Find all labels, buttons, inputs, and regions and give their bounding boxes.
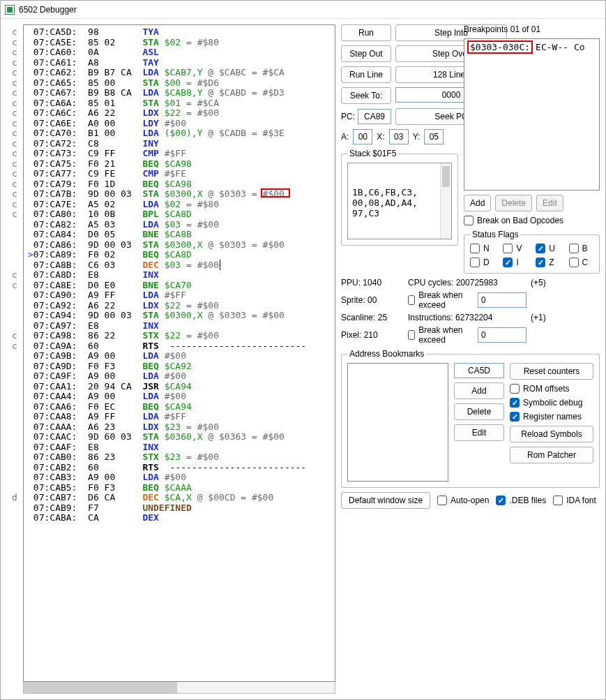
break-exceed-1[interactable]: Break when exceed [408,290,527,310]
bm-delete-button[interactable]: Delete [454,403,504,420]
seek-to-button[interactable]: Seek To: [341,87,391,104]
a-label: A: [341,132,349,142]
run-button[interactable]: Run [341,24,391,41]
bm-add-button[interactable]: Add [454,382,504,399]
step-out-button[interactable]: Step Out [341,45,391,62]
deb-files-check[interactable]: .DEB files [496,496,546,505]
reset-counters-button[interactable]: Reset counters [510,363,593,380]
x-label: X: [377,132,384,142]
rom-offsets-check[interactable]: ROM offsets [510,384,593,394]
content: cccccccccccccccccccccccd 07:CA5D: 98 TYA… [1,19,605,699]
break-exceed-2-input[interactable] [478,327,527,343]
bookmark-input[interactable] [454,363,504,378]
flag-D[interactable]: D [470,258,494,267]
pc-label: PC: [341,112,355,121]
bp-edit-button[interactable]: Edit [536,195,563,211]
bp-add-button[interactable]: Add [464,195,491,211]
flag-U[interactable]: U [536,244,560,253]
disassembly-view[interactable]: 07:CA5D: 98 TYA 07:CA5E: 85 02 STA $02 =… [23,24,335,682]
breakpoint-flags: EC-W-- Co [536,42,584,52]
window-title: 6502 Debugger [19,5,77,15]
breakpoint-selected: $0303-030C: [467,40,533,54]
right-pane: Run Step Into Step Out Step Over Run Lin… [341,24,600,694]
y-input[interactable] [424,129,444,144]
flag-I[interactable]: I [503,258,527,267]
symbolic-check[interactable]: Symbolic debug [510,398,593,408]
run-line-button[interactable]: Run Line [341,66,391,83]
y-label: Y: [413,132,421,142]
rom-patcher-button[interactable]: Rom Patcher [510,447,593,463]
stack-scrollbar[interactable] [440,163,451,239]
bp-delete-button[interactable]: Delete [495,195,532,211]
pc-input[interactable] [358,109,391,124]
default-window-button[interactable]: Default window size [341,492,430,509]
flag-V[interactable]: V [503,244,527,253]
x-input[interactable] [389,129,409,144]
breakpoint-row[interactable]: $0303-030C: EC-W-- Co [467,40,596,54]
bookmarks-list[interactable] [347,363,448,482]
h-scrollbar[interactable] [23,682,335,694]
break-exceed-2[interactable]: Break when exceed [408,325,527,345]
titlebar[interactable]: 6502 Debugger [1,1,605,19]
stack-group: Stack $01F5 1B,C6,FB,C3, 00,08,AD,A4, 97… [341,149,458,246]
bookmarks-group: Address Bookmarks Add Delete Edit Reset … [341,349,600,488]
breakpoints-title: Breakpoints 01 of 01 [464,24,600,34]
auto-open-check[interactable]: Auto-open [437,496,489,505]
debugger-window: 6502 Debugger cccccccccccccccccccccccd 0… [0,0,606,700]
gutter: cccccccccccccccccccccccd [6,24,23,682]
break-bad-opcodes[interactable]: Break on Bad Opcodes [464,216,600,225]
stack-legend: Stack $01F5 [347,149,398,158]
flag-C[interactable]: C [569,258,593,267]
app-icon [5,5,15,15]
stack-view[interactable]: 1B,C6,FB,C3, 00,08,AD,A4, 97,C3 [347,163,452,239]
status-flags-group: Status Flags NVUBDIZC [464,230,600,274]
a-input[interactable] [353,129,372,144]
flag-N[interactable]: N [470,244,494,253]
left-pane: cccccccccccccccccccccccd 07:CA5D: 98 TYA… [6,24,335,694]
ida-font-check[interactable]: IDA font [553,496,596,505]
bm-edit-button[interactable]: Edit [454,424,504,441]
break-exceed-1-input[interactable] [478,292,527,308]
checkbox-icon [464,216,474,225]
stats-grid: PPU: 1040 CPU cycles: 200725983 (+5) Spr… [341,278,600,345]
flag-B[interactable]: B [569,244,593,253]
reload-symbols-button[interactable]: Reload Symbols [510,426,593,442]
flag-Z[interactable]: Z [536,258,560,267]
register-names-check[interactable]: Register names [510,412,593,422]
stack-text: 1B,C6,FB,C3, 00,08,AD,A4, 97,C3 [352,187,418,218]
breakpoints-list[interactable]: $0303-030C: EC-W-- Co [464,38,600,191]
